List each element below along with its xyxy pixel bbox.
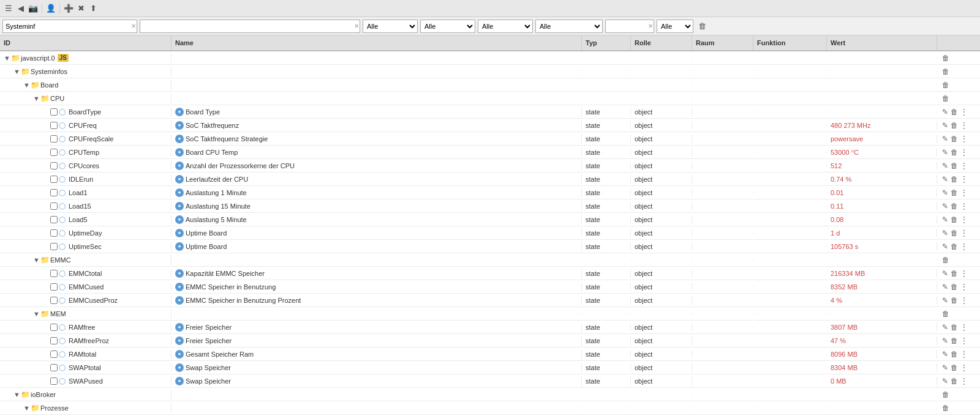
- delete-button[interactable]: 🗑: [949, 242, 959, 251]
- search-id-input[interactable]: [2, 20, 137, 33]
- filter-wert-select[interactable]: Alle: [657, 20, 693, 33]
- col-header-rolle[interactable]: Rolle: [631, 35, 692, 50]
- delete-button[interactable]: 🗑: [949, 296, 959, 305]
- row-checkbox[interactable]: [50, 351, 58, 358]
- delete-button[interactable]: 🗑: [949, 148, 959, 157]
- row-checkbox[interactable]: [50, 377, 58, 385]
- toolbar-icon-user[interactable]: 👤: [46, 4, 56, 13]
- edit-button[interactable]: ✎: [941, 283, 949, 291]
- edit-button[interactable]: ✎: [941, 323, 949, 332]
- toolbar-icon-add[interactable]: ➕: [64, 4, 74, 13]
- row-checkbox[interactable]: [50, 108, 58, 116]
- row-checkbox[interactable]: [50, 202, 58, 210]
- delete-button[interactable]: 🗑: [949, 377, 959, 385]
- col-header-name[interactable]: Name: [172, 35, 582, 50]
- delete-button[interactable]: 🗑: [949, 350, 959, 358]
- delete-button[interactable]: 🗑: [949, 229, 959, 237]
- row-checkbox[interactable]: [50, 243, 58, 250]
- toolbar-icon-delete[interactable]: ✖: [76, 4, 86, 13]
- more-button[interactable]: ⋮: [959, 296, 969, 305]
- delete-button[interactable]: 🗑: [949, 121, 959, 130]
- more-button[interactable]: ⋮: [959, 188, 969, 197]
- edit-button[interactable]: ✎: [941, 377, 949, 385]
- delete-button[interactable]: 🗑: [949, 135, 959, 143]
- row-checkbox[interactable]: [50, 216, 58, 223]
- more-button[interactable]: ⋮: [959, 108, 969, 116]
- more-button[interactable]: ⋮: [959, 215, 969, 224]
- row-checkbox[interactable]: [50, 189, 58, 196]
- filter-typ-select[interactable]: Alle state channel device folder: [363, 20, 418, 33]
- delete-button[interactable]: 🗑: [949, 283, 959, 291]
- row-checkbox[interactable]: [50, 162, 58, 169]
- more-button[interactable]: ⋮: [959, 323, 969, 332]
- edit-button[interactable]: ✎: [941, 336, 949, 345]
- folder-delete-button[interactable]: 🗑: [941, 94, 951, 103]
- toggle-icon[interactable]: ▼: [33, 256, 40, 264]
- toggle-icon[interactable]: ▼: [33, 95, 40, 102]
- more-button[interactable]: ⋮: [959, 175, 969, 184]
- search-id-clear[interactable]: ✕: [131, 23, 136, 29]
- row-checkbox[interactable]: [50, 297, 58, 304]
- more-button[interactable]: ⋮: [959, 135, 969, 143]
- row-checkbox[interactable]: [50, 135, 58, 143]
- edit-button[interactable]: ✎: [941, 135, 949, 143]
- delete-button[interactable]: 🗑: [949, 175, 959, 184]
- row-checkbox[interactable]: [50, 229, 58, 237]
- search-wert-input[interactable]: [605, 20, 654, 33]
- folder-delete-button[interactable]: 🗑: [941, 310, 951, 318]
- edit-button[interactable]: ✎: [941, 148, 949, 157]
- row-checkbox[interactable]: [50, 176, 58, 183]
- search-name-input[interactable]: [140, 20, 360, 33]
- search-wert-clear[interactable]: ✕: [648, 23, 653, 29]
- delete-button[interactable]: 🗑: [949, 108, 959, 116]
- edit-button[interactable]: ✎: [941, 162, 949, 170]
- cell-id[interactable]: ▼📁ioBroker: [0, 390, 172, 399]
- folder-delete-button[interactable]: 🗑: [941, 256, 951, 264]
- toolbar-icon-back[interactable]: ◀: [16, 4, 26, 13]
- more-button[interactable]: ⋮: [959, 162, 969, 170]
- delete-button[interactable]: 🗑: [949, 202, 959, 210]
- more-button[interactable]: ⋮: [959, 377, 969, 385]
- toolbar-icon-upload[interactable]: ⬆: [88, 4, 98, 13]
- folder-delete-button[interactable]: 🗑: [941, 404, 951, 412]
- edit-button[interactable]: ✎: [941, 269, 949, 278]
- cell-id[interactable]: ▼📁EMMC: [0, 255, 172, 265]
- delete-button[interactable]: 🗑: [949, 363, 959, 372]
- delete-button[interactable]: 🗑: [949, 336, 959, 345]
- toolbar-icon-menu[interactable]: ☰: [4, 4, 13, 13]
- cell-id[interactable]: ▼📁Board: [0, 80, 172, 90]
- cell-id[interactable]: ▼📁Prozesse: [0, 403, 172, 413]
- filter-raum-select[interactable]: Alle: [478, 20, 533, 33]
- row-checkbox[interactable]: [50, 270, 58, 277]
- toolbar-icon-screenshot[interactable]: 📷: [28, 4, 38, 13]
- cell-id[interactable]: ▼📁CPU: [0, 94, 172, 103]
- row-checkbox[interactable]: [50, 122, 58, 129]
- search-name-clear[interactable]: ✕: [354, 23, 359, 29]
- more-button[interactable]: ⋮: [959, 363, 969, 372]
- filter-funktion-select[interactable]: Alle: [535, 20, 603, 33]
- col-header-funktion[interactable]: Funktion: [753, 35, 827, 50]
- toggle-icon[interactable]: ▼: [33, 310, 40, 318]
- row-checkbox[interactable]: [50, 324, 58, 331]
- more-button[interactable]: ⋮: [959, 148, 969, 157]
- delete-button[interactable]: 🗑: [949, 269, 959, 278]
- more-button[interactable]: ⋮: [959, 336, 969, 345]
- delete-button[interactable]: 🗑: [949, 188, 959, 197]
- folder-delete-button[interactable]: 🗑: [941, 67, 951, 76]
- toggle-icon[interactable]: ▼: [13, 391, 21, 398]
- folder-delete-button[interactable]: 🗑: [941, 390, 951, 399]
- delete-button[interactable]: 🗑: [949, 215, 959, 224]
- filter-rolle-select[interactable]: Alle object value: [420, 20, 475, 33]
- cell-id[interactable]: ▼📁Systeminfos: [0, 67, 172, 76]
- more-button[interactable]: ⋮: [959, 242, 969, 251]
- delete-button[interactable]: 🗑: [949, 323, 959, 332]
- row-checkbox[interactable]: [50, 364, 58, 371]
- filter-delete-icon[interactable]: 🗑: [697, 21, 707, 31]
- toggle-icon[interactable]: ▼: [23, 81, 31, 89]
- row-checkbox[interactable]: [50, 337, 58, 344]
- toggle-icon[interactable]: ▼: [23, 404, 31, 412]
- more-button[interactable]: ⋮: [959, 283, 969, 291]
- col-header-raum[interactable]: Raum: [692, 35, 753, 50]
- edit-button[interactable]: ✎: [941, 229, 949, 237]
- more-button[interactable]: ⋮: [959, 269, 969, 278]
